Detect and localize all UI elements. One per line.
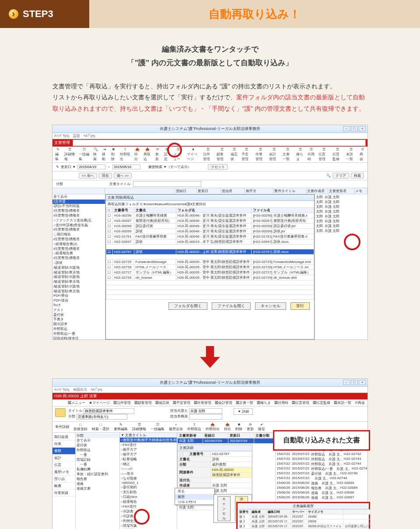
tree-item[interactable]: 全て表示 [52,195,105,200]
tree-item[interactable]: ◇期日報告 [52,232,105,237]
tree-item[interactable]: 外部取込 [52,327,105,332]
grid-row[interactable]: 15/07/222015/07/22委任状弁護 太..H22-02746 [276,471,368,476]
doclist-button[interactable]: ☰文書一覧 [236,400,253,405]
category-tree[interactable]: 分類全て表示委任状外部取込 一番現場記録 一番私傷転費事故・紹介認定書判報告書連… [76,433,120,529]
table-row[interactable]: ☐H16-00267書類送付書(依頼者宛)H18-民-00046 - 皆川 幸夫… [106,218,314,223]
tree-item[interactable]: 2文件選 [52,200,105,204]
fix-button[interactable]: ✔確定 [258,423,265,431]
close-icon[interactable]: × [359,380,366,385]
reminder-button[interactable]: ☰備忘状 [231,147,238,161]
reopen-button[interactable]: ↺再会 [360,147,365,161]
col-upddate[interactable]: 更新日 [197,188,221,194]
open-folder-button[interactable]: フォルダを開く [168,302,207,310]
delete-button[interactable]: ✖削除 [111,147,117,161]
category-item[interactable]: 委任状 [76,443,119,448]
tree-item[interactable]: /任意整理/債権者 [52,228,105,232]
category-item[interactable]: 現場記録 [76,457,119,462]
doc-item[interactable]: ○示談書 [120,509,177,514]
reset-button[interactable]: リセット [208,164,228,170]
folder-tree[interactable]: 全て表示2文件選/訴訟/不当利得返/任意整理/債権者/任意整理/債権者○ファック… [52,194,105,340]
doc-item[interactable]: ○FAX送付 [120,504,177,509]
col-docname[interactable]: 文書名 [134,207,176,213]
tree-item[interactable]: /破産管財/東京地 [52,280,105,284]
mypage-button[interactable]: ★マイページ [187,147,200,161]
side-tab[interactable]: 作業実績 [52,490,75,497]
side-tab[interactable]: 書類 [52,448,75,455]
grid-row[interactable]: 15/06/262015/06/26連絡弁護 太..H22-02686 [276,490,368,495]
category-item[interactable]: 報告書 [76,476,119,481]
grid-row[interactable]: 15/07/222015/07/22外部取込弁護 太..H22-02743 [276,457,368,462]
schedule-button[interactable]: ☰予定管理 [173,400,190,405]
max-icon[interactable]: □ [351,126,358,131]
tree-item[interactable]: ○経過報告書(2) [52,242,105,247]
doc-item[interactable]: ○相手方ア [120,447,177,452]
side-tab[interactable]: 帳票 [52,483,75,490]
doclist-header[interactable]: ▼ 文書タイトル [120,433,177,438]
tree-item[interactable]: テスト [52,308,105,313]
table-row[interactable]: ☐H22-02727サンプル（HTML編集）H26-民-00035 - 安中 善… [106,270,314,275]
tree-item[interactable]: /任意整理/債権者 [52,247,105,252]
schedule-button[interactable]: ☰予定管理 [242,147,252,161]
new-button[interactable]: □新規登録 [74,423,88,431]
open-file-button[interactable]: ファイルを開く [212,302,251,310]
now-button[interactable]: 現在 [99,173,112,179]
doc-item[interactable]: ○補正 [120,462,177,466]
menu-item-file-maint[interactable]: ﾌｧｲﾙ ﾒﾝﾃﾅﾝｽ [175,500,214,504]
history-row[interactable]: 版 2弁護 太郎2015/07/29 17..2015/07..29696 [238,519,371,524]
doc-item[interactable]: ○060303_1 [120,481,177,485]
detail-toggle-button[interactable]: ▼ 詳細 [234,408,253,415]
prev-button[interactable]: << 前へ [79,173,97,179]
extsend-button[interactable]: ⇪外部取込 [187,423,201,431]
tree-item[interactable]: /任意整理/債権者 [52,237,105,242]
doc-item[interactable]: ○FAX送付 [120,442,177,447]
exact-search-dropdown[interactable]: 厳密検索 ▼（すべて表示） [148,165,191,169]
out-button[interactable]: 📤持出 [224,423,231,431]
unread-button[interactable]: ☰未読一覧 [346,147,356,161]
custmgr-button[interactable]: ☰顧客管理 [134,400,152,405]
clerk-input[interactable] [189,414,222,420]
detail-button[interactable]: ☰詳細情報 [132,423,146,431]
category-item[interactable]: 全て表示 [76,438,119,443]
doc-item[interactable]: ○○○○の [120,466,177,471]
batch-edit-button[interactable]: ☷一括編集 [79,147,90,161]
col-regdate[interactable]: 登録日 [175,188,197,194]
col-file[interactable]: ファイル名 [252,207,314,213]
category-item[interactable]: 連絡文書 [76,486,119,491]
doc-item[interactable]: ○現場写真 [120,523,177,528]
table-row[interactable]: ☐H16-00269訴状H18-民-00046 - 皆川 幸夫/貸金返還請求事件… [106,228,314,234]
settings-button[interactable]: ⚙設定 [164,147,170,161]
table-row[interactable]: ☐H16-00268訴訟委任状H18-民-00046 - 皆川 幸夫/貸金返還請… [106,223,314,228]
doc-item[interactable]: ○相手方ア [120,452,177,457]
doc-item[interactable]: ○委任契約 [120,485,177,490]
side-tab[interactable]: 履歴/メモ [52,469,75,476]
table-row[interactable]: ☑H22-02767訴状H26-民-00032 - 上村 吉富/損害賠償請求事件… [106,249,314,254]
mypage-button[interactable]: ★マイページ [89,400,110,405]
grid-row[interactable]: 15/06/262015/06/26連絡弁護 太..H22-02684 [276,481,368,486]
tree-item[interactable]: ○ファックスリ送信票(元 [52,218,105,223]
tree-item[interactable]: ○経過報告書 [52,251,105,256]
workmgr-button[interactable]: ☰作業管理 [256,147,266,161]
col-updater[interactable]: 文書更新者 [178,433,203,438]
case-cat-input[interactable] [77,414,127,420]
col-folder[interactable]: フォルダ名 [176,207,252,213]
search-button[interactable]: 🔍検索 [93,147,99,161]
edit-button[interactable]: ✎書簡編集 [114,423,128,431]
col-docno[interactable]: 文書番号 [112,207,134,213]
table-row[interactable]: ☐H22-02697訴状H26-民-00019 - 木下 弘/損害賠償請求事件[… [106,239,314,244]
searchref-button[interactable]: □検索・選択 [92,423,109,431]
title-filter-input[interactable] [133,181,201,187]
search-button2[interactable]: 検索 [351,173,364,179]
category-item[interactable]: 分類 [76,433,119,438]
menu-item-history[interactable]: 履歴 [175,494,214,500]
staff-button[interactable]: ☰任用時 [308,147,315,161]
ins-button[interactable]: +履歴追加 [169,423,183,431]
menubar[interactable]: ﾒｨﾝﾄﾞｳ(S) 設定 ﾍﾙﾌﾟ(H) [52,133,368,139]
tree-item[interactable]: /訴訟/不当利得返 [52,204,105,209]
history-row[interactable]: 版 3弁護 太郎2015/07/29 17..2015/07..30208 外部… [238,524,371,529]
doc-item[interactable]: ○なぜ医療 [120,476,177,481]
external-send-button[interactable]: ⇪外部取出 [120,147,131,161]
doc-item[interactable]: ○判例全文 [120,518,177,523]
tree-item[interactable]: /破産管財/東京地 [52,289,105,294]
acct-button[interactable]: ☰会計管理 [215,400,232,405]
context-menu[interactable]: 戻る 履歴 ﾌｧｲﾙ ﾒﾝﾃﾅﾝｽ キャンセル 決定 [175,488,215,505]
